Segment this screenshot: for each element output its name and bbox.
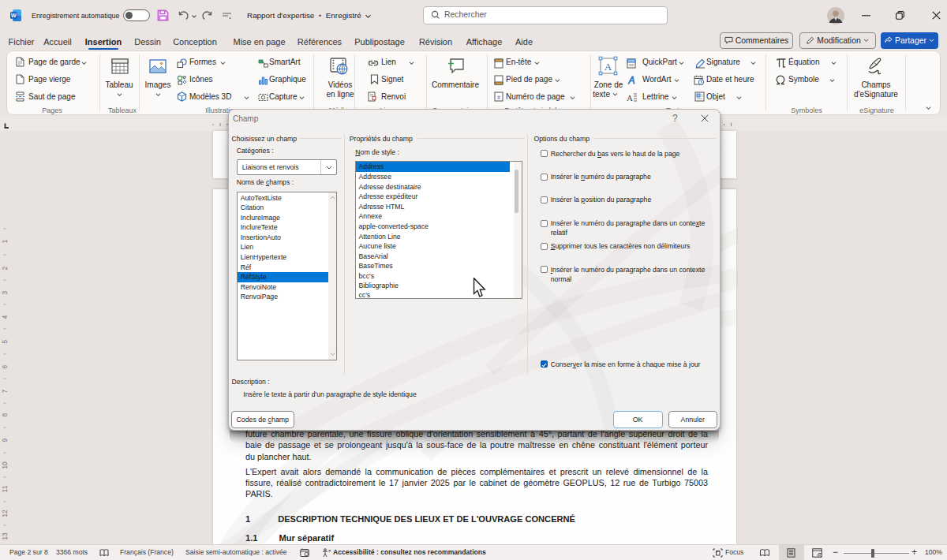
- svg-text:W: W: [11, 13, 17, 18]
- svg-text:A: A: [627, 75, 634, 85]
- svg-text:#: #: [497, 95, 500, 100]
- svg-text:A: A: [605, 61, 612, 73]
- svg-text:A: A: [627, 93, 633, 103]
